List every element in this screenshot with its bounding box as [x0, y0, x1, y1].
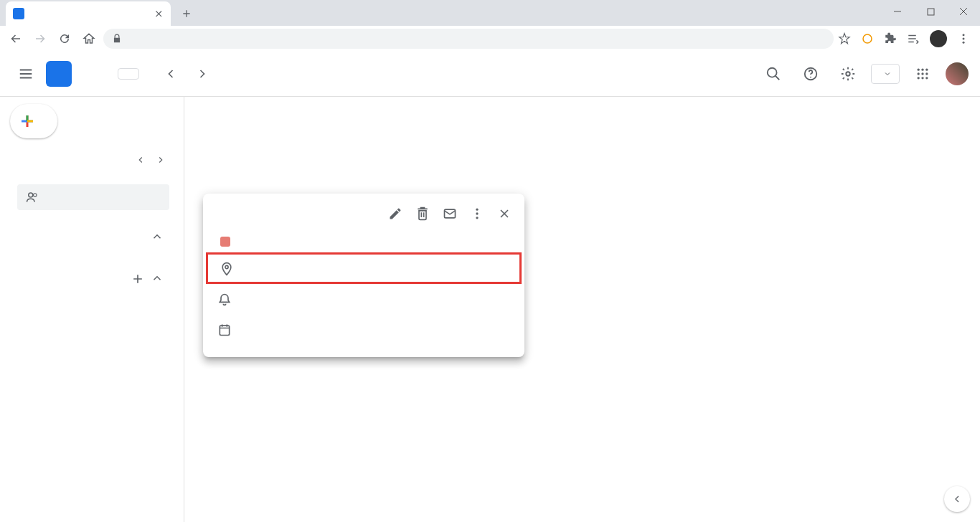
tab-favicon [13, 8, 24, 19]
window-maximize-icon[interactable] [914, 0, 947, 23]
mini-next-button[interactable] [152, 151, 169, 169]
calendar-icon [217, 321, 232, 337]
window-minimize-icon[interactable] [881, 0, 914, 23]
people-icon [26, 191, 39, 204]
account-avatar[interactable] [946, 62, 969, 85]
window-controls [881, 0, 980, 23]
next-month-button[interactable] [188, 60, 217, 88]
sidebar [0, 97, 184, 522]
extensions-icon[interactable] [884, 32, 897, 45]
address-bar [0, 26, 980, 51]
star-icon[interactable] [838, 32, 851, 45]
my-calendars-toggle[interactable] [17, 226, 164, 247]
today-button[interactable] [118, 68, 139, 80]
other-calendars-toggle[interactable] [17, 267, 164, 290]
settings-icon[interactable] [834, 60, 862, 88]
edit-event-button[interactable] [382, 201, 408, 227]
profile-avatar-icon[interactable] [930, 30, 947, 47]
new-tab-button[interactable] [176, 4, 197, 24]
forward-button[interactable] [30, 29, 50, 49]
svg-point-5 [768, 67, 777, 77]
calendar-logo [46, 61, 72, 87]
browser-tab[interactable] [6, 1, 171, 26]
omnibox[interactable] [103, 29, 834, 49]
create-button[interactable] [10, 104, 57, 138]
svg-point-16 [921, 77, 923, 79]
event-reminders-row [203, 284, 524, 314]
location-icon [220, 260, 234, 276]
reload-button[interactable] [55, 29, 75, 49]
close-popup-button[interactable] [491, 201, 517, 227]
svg-point-13 [921, 72, 923, 75]
help-icon[interactable] [796, 60, 825, 88]
chevron-up-icon [151, 272, 164, 286]
back-button[interactable] [6, 29, 26, 49]
svg-point-19 [34, 194, 37, 197]
email-event-button[interactable] [437, 201, 463, 227]
view-selector[interactable] [871, 64, 900, 84]
event-location-row[interactable] [206, 252, 522, 284]
extension-icon-1[interactable] [861, 32, 874, 45]
event-color-box [220, 237, 230, 247]
svg-point-21 [476, 209, 478, 211]
svg-rect-0 [928, 9, 934, 15]
home-button[interactable] [79, 29, 99, 49]
event-calendar-row [203, 314, 524, 344]
tab-close-icon[interactable] [154, 9, 164, 19]
main-menu-button[interactable] [11, 60, 40, 88]
search-people-input[interactable] [17, 184, 169, 210]
browser-chrome [0, 0, 980, 51]
svg-point-4 [963, 41, 965, 43]
svg-point-1 [863, 34, 872, 43]
svg-point-7 [810, 76, 811, 77]
svg-point-9 [918, 68, 920, 70]
chevron-down-icon [883, 70, 892, 78]
event-detail-popup [203, 194, 524, 357]
plus-icon [19, 113, 36, 130]
svg-point-15 [918, 77, 920, 79]
search-icon[interactable] [759, 60, 788, 88]
svg-point-14 [925, 72, 928, 75]
svg-rect-24 [220, 326, 229, 335]
browser-menu-icon[interactable] [957, 32, 970, 45]
svg-point-17 [925, 77, 928, 79]
side-panel-toggle[interactable] [944, 486, 970, 512]
svg-point-2 [963, 34, 965, 36]
svg-point-8 [846, 72, 850, 76]
bell-icon [217, 291, 232, 307]
tab-bar [0, 0, 980, 26]
svg-point-10 [921, 68, 923, 70]
event-options-button[interactable] [464, 201, 490, 227]
svg-point-22 [476, 212, 478, 214]
chevron-up-icon [151, 230, 164, 243]
apps-icon[interactable] [908, 60, 937, 88]
svg-point-3 [963, 37, 965, 39]
reading-list-icon[interactable] [907, 32, 920, 45]
svg-point-18 [29, 193, 33, 197]
svg-point-23 [476, 217, 478, 219]
app-header [0, 51, 980, 97]
svg-point-12 [918, 72, 920, 75]
lock-icon [112, 34, 122, 44]
delete-event-button[interactable] [410, 201, 435, 227]
window-close-icon[interactable] [947, 0, 980, 23]
prev-month-button[interactable] [156, 60, 185, 88]
add-calendar-icon[interactable] [131, 272, 145, 286]
mini-calendar [7, 151, 174, 174]
svg-point-11 [925, 68, 928, 70]
mini-prev-button[interactable] [132, 151, 149, 169]
